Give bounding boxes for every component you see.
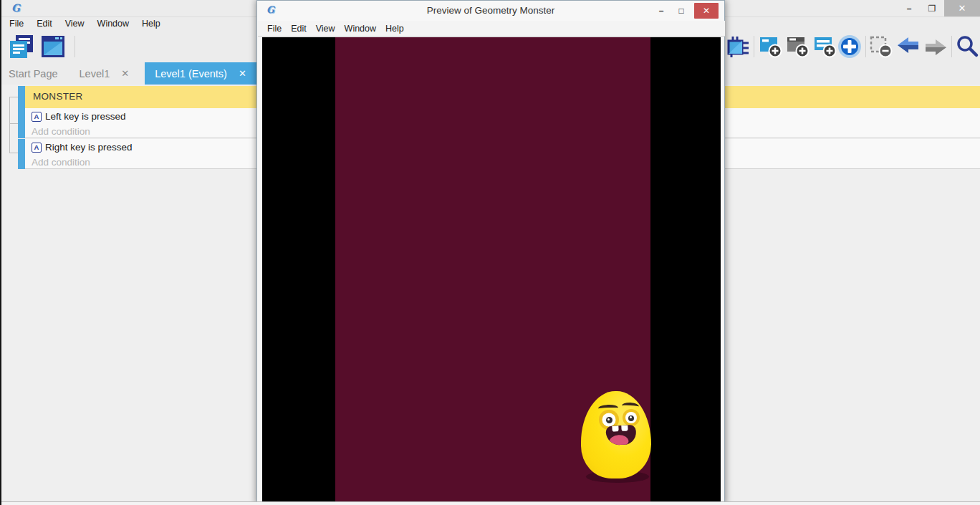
toolbar-separator (951, 36, 952, 57)
menu-view[interactable]: View (59, 18, 91, 31)
monster-body (581, 391, 651, 478)
main-menu-bar: File Edit View Window Help (3, 18, 167, 31)
debugger-icon[interactable] (725, 34, 751, 59)
comment-text: MONSTER (33, 91, 83, 102)
event-tree-line (9, 123, 18, 124)
menu-help[interactable]: Help (383, 24, 410, 34)
event-drag-handle[interactable] (18, 139, 25, 169)
gdevelop-logo-icon: G (11, 2, 20, 14)
preview-close-button[interactable]: ✕ (694, 3, 719, 19)
game-canvas[interactable] (262, 37, 721, 505)
toolbar-separator (865, 36, 866, 57)
preview-minimize-button[interactable]: – (653, 4, 670, 18)
monster-sprite (581, 391, 651, 489)
condition-text[interactable]: Left key is pressed (45, 111, 126, 122)
event-tree-line (9, 97, 10, 153)
preview-maximize-button[interactable]: □ (673, 4, 690, 18)
event-drag-handle[interactable] (18, 108, 25, 138)
events-sheet-icon[interactable] (9, 34, 34, 59)
preview-menu-bar: File Edit View Window Help (258, 21, 725, 37)
keyboard-key-icon: A (32, 143, 42, 153)
tab-start-page[interactable]: Start Page (1, 62, 67, 85)
tab-bar: Start Page Level1 ✕ Level1 (Events) ✕ (1, 62, 256, 85)
tab-level1-events[interactable]: Level1 (Events) ✕ (145, 62, 256, 85)
monster-mouth (605, 425, 636, 446)
event-tree-line (9, 97, 18, 97)
restore-button[interactable]: ❐ (923, 1, 941, 16)
menu-view[interactable]: View (313, 24, 342, 34)
add-condition-link[interactable]: Add condition (32, 157, 90, 168)
undo-icon[interactable] (895, 34, 921, 59)
menu-file[interactable]: File (264, 24, 288, 34)
menu-edit[interactable]: Edit (288, 24, 313, 34)
search-icon[interactable] (954, 34, 980, 59)
close-button[interactable]: ✕ (944, 0, 980, 16)
add-comment-icon[interactable] (812, 34, 838, 59)
preview-title-bar[interactable]: G Preview of Geometry Monster – □ ✕ (257, 1, 724, 21)
choose-event-icon[interactable] (837, 34, 863, 59)
condition-text[interactable]: Right key is pressed (45, 142, 133, 153)
menu-edit[interactable]: Edit (30, 18, 59, 31)
monster-eye (623, 409, 640, 426)
add-condition-link[interactable]: Add condition (32, 126, 90, 137)
minimize-button[interactable]: – (900, 1, 918, 16)
add-subevent-icon[interactable] (785, 34, 811, 59)
tab-close-icon[interactable]: ✕ (239, 68, 246, 79)
gdevelop-main-window: G – ❐ ✕ File Edit View Window Help (0, 0, 980, 505)
event-drag-handle[interactable] (18, 86, 25, 108)
event-tree-line (9, 153, 18, 153)
screen-bottom-edge (0, 501, 980, 505)
tab-level1[interactable]: Level1 ✕ (67, 62, 137, 85)
window-left-border (0, 0, 1, 505)
menu-window[interactable]: Window (342, 24, 383, 34)
menu-file[interactable]: File (3, 18, 30, 31)
toolbar-separator (754, 36, 754, 57)
delete-event-icon[interactable] (868, 34, 894, 59)
tab-close-icon[interactable]: ✕ (121, 68, 129, 79)
menu-help[interactable]: Help (135, 18, 167, 31)
keyboard-key-icon: A (32, 112, 42, 122)
monster-tongue (609, 434, 629, 446)
redo-icon[interactable] (923, 34, 948, 59)
preview-window[interactable]: G Preview of Geometry Monster – □ ✕ File… (256, 0, 725, 505)
menu-window[interactable]: Window (91, 18, 135, 31)
scene-editor-icon[interactable] (40, 34, 66, 59)
toolbar-separator (75, 36, 75, 57)
add-event-icon[interactable] (758, 34, 784, 59)
